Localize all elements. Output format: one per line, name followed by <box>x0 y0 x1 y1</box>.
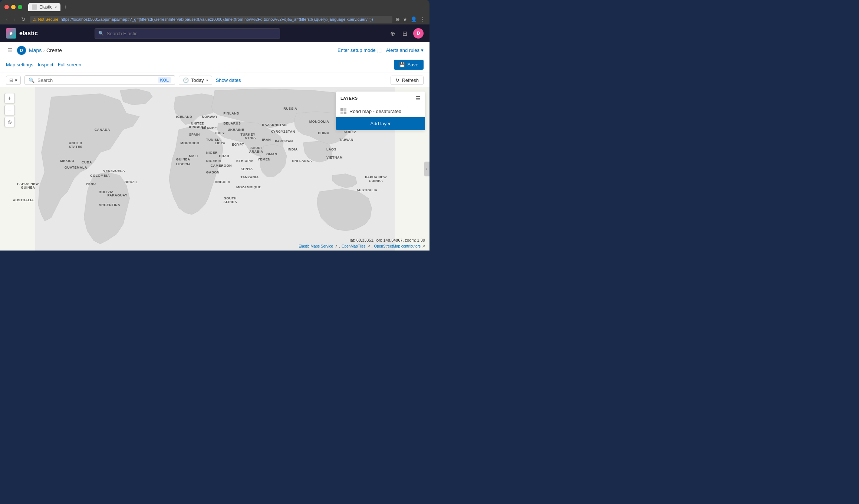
layer-icon <box>340 108 346 114</box>
inspect-button[interactable]: Inspect <box>38 62 53 67</box>
query-filter-row: ⊟ ▾ 🔍 KQL 🕐 Today ▾ Show dates ↻ Refresh <box>0 73 430 87</box>
tab-close-button[interactable]: × <box>55 5 57 9</box>
new-tab-button[interactable]: + <box>62 4 68 10</box>
breadcrumb-separator: › <box>43 47 45 53</box>
refresh-label: Refresh <box>402 77 419 83</box>
elastic-logo-icon: e <box>6 28 16 39</box>
profile-icon[interactable]: 👤 <box>411 16 417 22</box>
search-input[interactable] <box>37 77 155 83</box>
browser-titlebar: Elastic × + <box>0 0 430 14</box>
sub-header: ☰ D Maps › Create Enter setup mode ⬚ Ale… <box>0 42 430 73</box>
app-container: e elastic 🔍 ⊕ ⊞ D ☰ D Maps › <box>0 24 430 251</box>
menu-icon[interactable]: ⋮ <box>420 16 425 22</box>
hamburger-button[interactable]: ☰ <box>6 45 14 55</box>
map-expand-handle[interactable]: › <box>424 162 430 176</box>
kql-badge[interactable]: KQL <box>158 77 171 83</box>
layers-header: LAYERS ☰ <box>336 92 425 105</box>
search-bar: 🔍 KQL <box>24 75 175 85</box>
save-button[interactable]: 💾 Save <box>394 60 424 70</box>
tab-bar: Elastic × + <box>28 3 425 11</box>
map-footer: Elastic Maps Service ↗ , OpenMapTiles ↗ … <box>299 244 425 248</box>
map-settings-button[interactable]: Map settings <box>6 62 33 67</box>
sub-header-right: Enter setup mode ⬚ Alerts and rules ▾ <box>338 47 424 53</box>
header-search-input[interactable] <box>95 28 280 39</box>
elastic-logo-text: elastic <box>19 30 38 37</box>
browser-nav: ‹ › ↻ ⚠ Not Secure https://localhost:560… <box>0 14 430 24</box>
layer-name: Road map - desaturated <box>349 109 401 114</box>
header-search-container: 🔍 <box>95 28 280 39</box>
search-icon: 🔍 <box>98 31 104 36</box>
enter-setup-mode-button[interactable]: Enter setup mode ⬚ <box>338 47 382 53</box>
zoom-out-button[interactable]: − <box>4 105 15 115</box>
minimize-window-button[interactable] <box>11 5 16 9</box>
url-display: https://localhost:5601/app/maps/map#?_g=… <box>60 17 389 21</box>
reload-button[interactable]: ↻ <box>20 16 27 23</box>
layer-item[interactable]: Road map - desaturated <box>336 105 425 117</box>
elastic-maps-service-link[interactable]: Elastic Maps Service <box>299 244 333 248</box>
breadcrumb-maps[interactable]: Maps <box>29 47 42 53</box>
cast-icon[interactable]: ⊕ <box>395 16 400 22</box>
help-icon[interactable]: ⊕ <box>389 29 396 39</box>
app-header: e elastic 🔍 ⊕ ⊞ D <box>0 24 430 42</box>
filter-icon: ⊟ <box>9 77 13 83</box>
layers-menu-button[interactable]: ☰ <box>416 95 421 101</box>
sub-header-top: ☰ D Maps › Create Enter setup mode ⬚ Ale… <box>0 42 430 58</box>
breadcrumb-create: Create <box>46 47 62 53</box>
sub-header-left: ☰ D Maps › Create <box>6 45 62 55</box>
traffic-lights <box>4 5 22 9</box>
map-container[interactable]: CANADA UNITEDSTATES MEXICO CUBA GUATEMAL… <box>0 87 430 251</box>
layers-panel: LAYERS ☰ Road map - desaturated Add laye… <box>336 92 425 130</box>
user-initial: D <box>20 48 23 53</box>
setup-mode-icon: ⬚ <box>377 47 382 53</box>
browser-toolbar: ⊕ ★ 👤 ⋮ <box>395 16 425 22</box>
active-tab[interactable]: Elastic × <box>28 3 60 11</box>
grid-icon[interactable]: ⊞ <box>401 29 409 39</box>
setup-mode-label: Enter setup mode <box>338 47 376 53</box>
alerts-rules-chevron: ▾ <box>421 47 424 53</box>
osm-link[interactable]: OpenStreetMap contributors <box>374 244 421 248</box>
search-bar-icon: 🔍 <box>29 77 34 83</box>
refresh-button[interactable]: ↻ Refresh <box>391 76 424 85</box>
show-dates-button[interactable]: Show dates <box>216 77 241 83</box>
time-value: Today <box>191 77 204 83</box>
locate-button[interactable]: ◎ <box>4 117 15 127</box>
time-picker[interactable]: 🕐 Today ▾ <box>179 76 212 85</box>
address-bar[interactable]: ⚠ Not Secure https://localhost:5601/app/… <box>30 16 392 23</box>
bookmark-icon[interactable]: ★ <box>403 16 408 22</box>
header-right: ⊕ ⊞ D <box>389 28 424 39</box>
security-indicator: ⚠ Not Secure <box>33 17 58 22</box>
user-avatar[interactable]: D <box>413 28 424 39</box>
save-icon: 💾 <box>399 62 405 67</box>
breadcrumb: Maps › Create <box>29 47 62 53</box>
refresh-icon: ↻ <box>395 77 399 83</box>
alerts-rules-button[interactable]: Alerts and rules ▾ <box>386 47 424 53</box>
alerts-rules-label: Alerts and rules <box>386 47 419 53</box>
user-avatar-small[interactable]: D <box>17 46 26 55</box>
maximize-window-button[interactable] <box>18 5 22 9</box>
full-screen-button[interactable]: Full screen <box>58 62 82 67</box>
sub-header-bottom: Map settings Inspect Full screen 💾 Save <box>0 58 430 73</box>
forward-button[interactable]: › <box>12 16 17 23</box>
add-layer-button[interactable]: Add layer <box>336 117 425 130</box>
layers-title: LAYERS <box>340 96 358 100</box>
openmap-tiles-link[interactable]: OpenMapTiles <box>342 244 366 248</box>
filter-icon-button[interactable]: ⊟ ▾ <box>6 76 21 85</box>
zoom-in-button[interactable]: + <box>4 93 15 103</box>
elastic-logo[interactable]: e elastic <box>6 28 38 39</box>
save-label: Save <box>407 62 418 67</box>
clock-icon: 🕐 <box>183 77 189 83</box>
back-button[interactable]: ‹ <box>4 16 9 23</box>
tab-title: Elastic <box>39 4 52 10</box>
map-controls: + − ◎ <box>4 93 15 127</box>
filter-chevron: ▾ <box>15 77 17 83</box>
close-window-button[interactable] <box>4 5 9 9</box>
map-coordinates: lat: 60.33351, lon: 148.34867, zoom: 1.3… <box>350 238 425 242</box>
time-chevron-icon: ▾ <box>206 78 208 82</box>
tab-favicon <box>32 4 37 10</box>
